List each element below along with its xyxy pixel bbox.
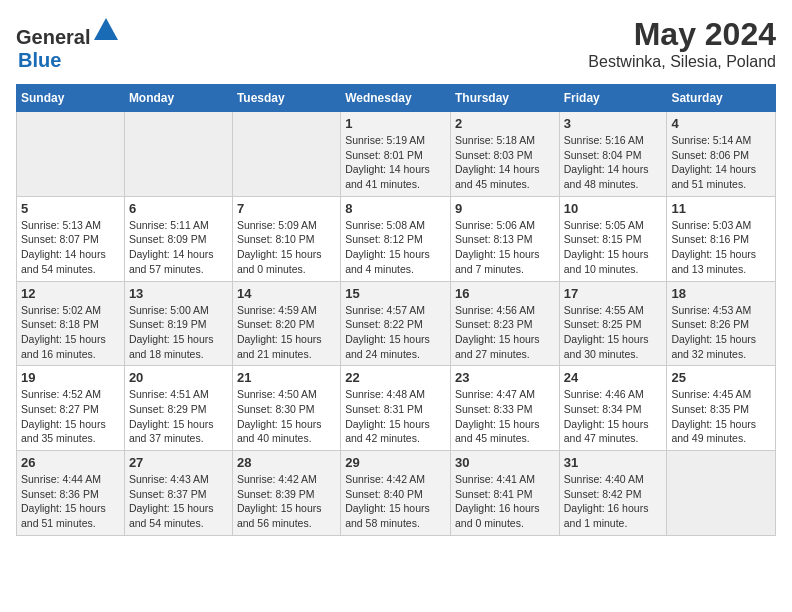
calendar-cell [232, 112, 340, 197]
day-number: 29 [345, 455, 446, 470]
calendar-cell: 16Sunrise: 4:56 AMSunset: 8:23 PMDayligh… [450, 281, 559, 366]
calendar-header: SundayMondayTuesdayWednesdayThursdayFrid… [17, 85, 776, 112]
calendar-cell: 26Sunrise: 4:44 AMSunset: 8:36 PMDayligh… [17, 451, 125, 536]
day-info: Sunrise: 4:57 AMSunset: 8:22 PMDaylight:… [345, 303, 446, 362]
day-info: Sunrise: 5:16 AMSunset: 8:04 PMDaylight:… [564, 133, 663, 192]
header-sunday: Sunday [17, 85, 125, 112]
day-info: Sunrise: 4:56 AMSunset: 8:23 PMDaylight:… [455, 303, 555, 362]
calendar-cell: 4Sunrise: 5:14 AMSunset: 8:06 PMDaylight… [667, 112, 776, 197]
day-info: Sunrise: 5:06 AMSunset: 8:13 PMDaylight:… [455, 218, 555, 277]
day-number: 12 [21, 286, 120, 301]
calendar-cell: 9Sunrise: 5:06 AMSunset: 8:13 PMDaylight… [450, 196, 559, 281]
svg-marker-0 [94, 18, 118, 40]
day-number: 25 [671, 370, 771, 385]
logo-icon [92, 16, 120, 44]
day-number: 14 [237, 286, 336, 301]
calendar-cell: 28Sunrise: 4:42 AMSunset: 8:39 PMDayligh… [232, 451, 340, 536]
calendar-cell: 25Sunrise: 4:45 AMSunset: 8:35 PMDayligh… [667, 366, 776, 451]
calendar-cell: 10Sunrise: 5:05 AMSunset: 8:15 PMDayligh… [559, 196, 667, 281]
day-info: Sunrise: 4:47 AMSunset: 8:33 PMDaylight:… [455, 387, 555, 446]
calendar-table: SundayMondayTuesdayWednesdayThursdayFrid… [16, 84, 776, 536]
calendar-cell: 21Sunrise: 4:50 AMSunset: 8:30 PMDayligh… [232, 366, 340, 451]
day-number: 27 [129, 455, 228, 470]
calendar-cell: 3Sunrise: 5:16 AMSunset: 8:04 PMDaylight… [559, 112, 667, 197]
day-info: Sunrise: 4:42 AMSunset: 8:39 PMDaylight:… [237, 472, 336, 531]
day-number: 28 [237, 455, 336, 470]
day-info: Sunrise: 5:14 AMSunset: 8:06 PMDaylight:… [671, 133, 771, 192]
calendar-cell: 11Sunrise: 5:03 AMSunset: 8:16 PMDayligh… [667, 196, 776, 281]
day-number: 30 [455, 455, 555, 470]
day-number: 22 [345, 370, 446, 385]
day-number: 7 [237, 201, 336, 216]
day-info: Sunrise: 4:55 AMSunset: 8:25 PMDaylight:… [564, 303, 663, 362]
calendar-cell: 7Sunrise: 5:09 AMSunset: 8:10 PMDaylight… [232, 196, 340, 281]
day-number: 13 [129, 286, 228, 301]
logo: General Blue [16, 16, 120, 72]
calendar-cell: 29Sunrise: 4:42 AMSunset: 8:40 PMDayligh… [341, 451, 451, 536]
calendar-cell: 12Sunrise: 5:02 AMSunset: 8:18 PMDayligh… [17, 281, 125, 366]
logo-general: General [16, 26, 90, 48]
calendar-row: 12Sunrise: 5:02 AMSunset: 8:18 PMDayligh… [17, 281, 776, 366]
day-info: Sunrise: 4:42 AMSunset: 8:40 PMDaylight:… [345, 472, 446, 531]
main-title: May 2024 [588, 16, 776, 53]
title-block: May 2024 Bestwinka, Silesia, Poland [588, 16, 776, 71]
day-number: 15 [345, 286, 446, 301]
day-number: 3 [564, 116, 663, 131]
header-monday: Monday [124, 85, 232, 112]
day-info: Sunrise: 5:11 AMSunset: 8:09 PMDaylight:… [129, 218, 228, 277]
header-saturday: Saturday [667, 85, 776, 112]
calendar-row: 1Sunrise: 5:19 AMSunset: 8:01 PMDaylight… [17, 112, 776, 197]
day-info: Sunrise: 5:19 AMSunset: 8:01 PMDaylight:… [345, 133, 446, 192]
subtitle: Bestwinka, Silesia, Poland [588, 53, 776, 71]
logo-blue: Blue [18, 49, 61, 71]
day-number: 10 [564, 201, 663, 216]
calendar-cell: 19Sunrise: 4:52 AMSunset: 8:27 PMDayligh… [17, 366, 125, 451]
calendar-cell: 15Sunrise: 4:57 AMSunset: 8:22 PMDayligh… [341, 281, 451, 366]
day-number: 6 [129, 201, 228, 216]
day-info: Sunrise: 4:53 AMSunset: 8:26 PMDaylight:… [671, 303, 771, 362]
calendar-row: 26Sunrise: 4:44 AMSunset: 8:36 PMDayligh… [17, 451, 776, 536]
day-info: Sunrise: 4:45 AMSunset: 8:35 PMDaylight:… [671, 387, 771, 446]
calendar-cell: 23Sunrise: 4:47 AMSunset: 8:33 PMDayligh… [450, 366, 559, 451]
day-info: Sunrise: 4:50 AMSunset: 8:30 PMDaylight:… [237, 387, 336, 446]
day-number: 19 [21, 370, 120, 385]
day-number: 4 [671, 116, 771, 131]
calendar-cell: 8Sunrise: 5:08 AMSunset: 8:12 PMDaylight… [341, 196, 451, 281]
day-number: 11 [671, 201, 771, 216]
logo-text: General Blue [16, 16, 120, 72]
calendar-cell: 20Sunrise: 4:51 AMSunset: 8:29 PMDayligh… [124, 366, 232, 451]
day-info: Sunrise: 4:59 AMSunset: 8:20 PMDaylight:… [237, 303, 336, 362]
calendar-body: 1Sunrise: 5:19 AMSunset: 8:01 PMDaylight… [17, 112, 776, 536]
day-info: Sunrise: 4:43 AMSunset: 8:37 PMDaylight:… [129, 472, 228, 531]
calendar-cell: 18Sunrise: 4:53 AMSunset: 8:26 PMDayligh… [667, 281, 776, 366]
day-number: 31 [564, 455, 663, 470]
calendar-row: 5Sunrise: 5:13 AMSunset: 8:07 PMDaylight… [17, 196, 776, 281]
day-info: Sunrise: 4:44 AMSunset: 8:36 PMDaylight:… [21, 472, 120, 531]
day-info: Sunrise: 4:52 AMSunset: 8:27 PMDaylight:… [21, 387, 120, 446]
calendar-cell [17, 112, 125, 197]
calendar-cell: 2Sunrise: 5:18 AMSunset: 8:03 PMDaylight… [450, 112, 559, 197]
day-info: Sunrise: 4:41 AMSunset: 8:41 PMDaylight:… [455, 472, 555, 531]
calendar-cell: 31Sunrise: 4:40 AMSunset: 8:42 PMDayligh… [559, 451, 667, 536]
day-info: Sunrise: 5:09 AMSunset: 8:10 PMDaylight:… [237, 218, 336, 277]
header-thursday: Thursday [450, 85, 559, 112]
day-info: Sunrise: 5:08 AMSunset: 8:12 PMDaylight:… [345, 218, 446, 277]
calendar-cell: 1Sunrise: 5:19 AMSunset: 8:01 PMDaylight… [341, 112, 451, 197]
day-number: 16 [455, 286, 555, 301]
day-number: 26 [21, 455, 120, 470]
day-info: Sunrise: 4:51 AMSunset: 8:29 PMDaylight:… [129, 387, 228, 446]
day-info: Sunrise: 4:46 AMSunset: 8:34 PMDaylight:… [564, 387, 663, 446]
day-info: Sunrise: 5:05 AMSunset: 8:15 PMDaylight:… [564, 218, 663, 277]
day-number: 8 [345, 201, 446, 216]
day-number: 18 [671, 286, 771, 301]
header-row: SundayMondayTuesdayWednesdayThursdayFrid… [17, 85, 776, 112]
day-number: 9 [455, 201, 555, 216]
page-header: General Blue May 2024 Bestwinka, Silesia… [16, 16, 776, 72]
day-number: 2 [455, 116, 555, 131]
calendar-cell: 30Sunrise: 4:41 AMSunset: 8:41 PMDayligh… [450, 451, 559, 536]
header-tuesday: Tuesday [232, 85, 340, 112]
calendar-cell: 22Sunrise: 4:48 AMSunset: 8:31 PMDayligh… [341, 366, 451, 451]
day-info: Sunrise: 5:13 AMSunset: 8:07 PMDaylight:… [21, 218, 120, 277]
day-number: 20 [129, 370, 228, 385]
calendar-cell: 27Sunrise: 4:43 AMSunset: 8:37 PMDayligh… [124, 451, 232, 536]
